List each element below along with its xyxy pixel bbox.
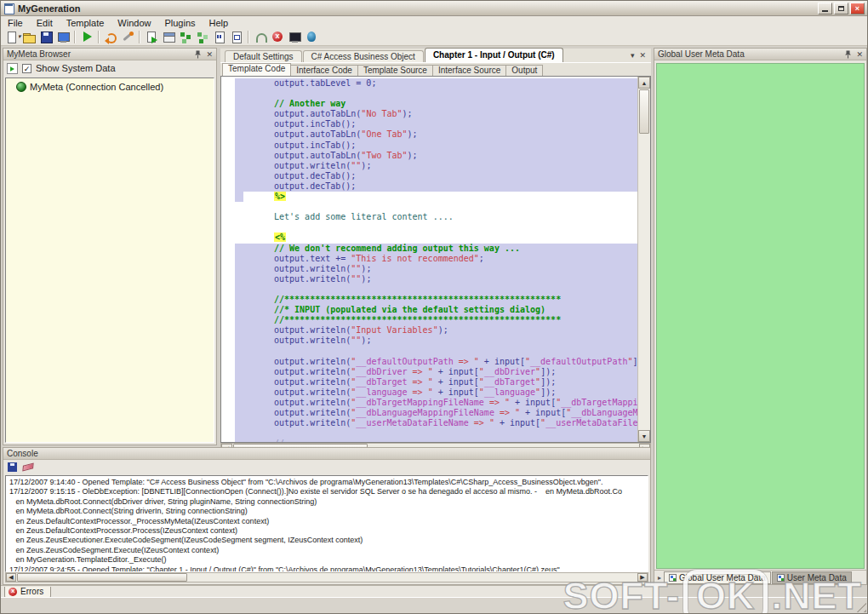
editor-vertical-scrollbar[interactable]: ▲ ▼ bbox=[637, 77, 650, 442]
code-line[interactable]: output.writeln("__dbTarget => " + input[… bbox=[235, 377, 637, 387]
code-line[interactable] bbox=[235, 428, 637, 439]
user-meta-data-grid[interactable] bbox=[656, 63, 865, 569]
show-system-data-checkbox[interactable]: ✓ bbox=[22, 64, 31, 73]
code-line[interactable]: output.writeln("__dbTargetMappingFileNam… bbox=[235, 398, 637, 408]
code-line[interactable]: output.writeln(""); bbox=[235, 336, 637, 346]
note-close-button[interactable] bbox=[228, 30, 245, 45]
console-hscroll-thumb[interactable] bbox=[17, 573, 187, 582]
mymeta-tree[interactable]: MyMeta (Connection Cancelled) bbox=[5, 77, 214, 443]
form-editor-button[interactable] bbox=[160, 30, 177, 45]
document-tab[interactable]: Chapter 1 - Input / Output (C#) bbox=[425, 48, 563, 62]
resize-grip[interactable] bbox=[855, 601, 866, 612]
execute-template-button[interactable] bbox=[78, 30, 95, 45]
menu-item-window[interactable]: Window bbox=[111, 16, 157, 29]
subtab[interactable]: Interface Source bbox=[432, 65, 506, 76]
code-line[interactable]: output.writeln("Input Variables"); bbox=[235, 325, 637, 336]
close-panel-icon[interactable]: ✕ bbox=[206, 50, 213, 59]
code-line[interactable]: //* INPUT (populated via the default set… bbox=[235, 305, 637, 315]
console-header[interactable]: Console bbox=[3, 448, 650, 460]
document-tab[interactable]: Default Settings bbox=[225, 50, 302, 62]
dos-window-button[interactable] bbox=[286, 30, 303, 45]
security-button[interactable] bbox=[303, 30, 320, 45]
global-user-meta-data-header[interactable]: Global User Meta Data ✕ bbox=[654, 49, 866, 60]
web-link-button[interactable] bbox=[252, 30, 269, 45]
meta-data-tab[interactable]: Global User Meta Data bbox=[664, 571, 771, 584]
tab-close-icon[interactable]: ✕ bbox=[639, 51, 646, 60]
template-tools-button[interactable] bbox=[119, 30, 136, 45]
run-file-button[interactable] bbox=[143, 30, 160, 45]
subtab[interactable]: Output bbox=[505, 65, 543, 76]
code-line[interactable] bbox=[235, 202, 637, 212]
subtab[interactable]: Template Source bbox=[357, 65, 433, 76]
tree-item[interactable]: MyMeta (Connection Cancelled) bbox=[8, 82, 212, 92]
code-line[interactable]: output.writeln("__userMetaDataFileName =… bbox=[235, 418, 637, 428]
menu-item-edit[interactable]: Edit bbox=[30, 16, 60, 29]
menu-item-plugins[interactable]: Plugins bbox=[157, 16, 202, 29]
code-line[interactable]: output.incTab(); bbox=[235, 141, 637, 151]
code-line[interactable]: // Another way bbox=[235, 99, 637, 109]
code-line[interactable] bbox=[235, 346, 637, 356]
scroll-left-icon[interactable]: ◀ bbox=[6, 573, 16, 582]
code-line[interactable]: // We don't recommend adding output this… bbox=[235, 244, 637, 254]
console-log[interactable]: 17/12/2007 9:14:40 - Opened Template: "C… bbox=[5, 475, 648, 572]
code-editor[interactable]: output.tabLevel = 0;// Another wayoutput… bbox=[220, 76, 651, 443]
note-open-button[interactable] bbox=[211, 30, 228, 45]
code-line[interactable]: output.writeln(""); bbox=[235, 161, 637, 171]
code-line[interactable]: output.autoTabLn("Two Tab"); bbox=[235, 151, 637, 161]
code-line[interactable]: output.writeln("__dbDriver => " + input[… bbox=[235, 367, 637, 377]
console-horizontal-scrollbar[interactable]: ◀ ▶ bbox=[5, 572, 648, 582]
save-template-button[interactable] bbox=[37, 30, 54, 45]
meta-data-tab[interactable]: User Meta Data bbox=[772, 571, 852, 584]
code-line[interactable]: <% bbox=[235, 232, 637, 243]
code-line[interactable]: output.writeln("__defaultOutputPath => "… bbox=[235, 357, 637, 367]
tree-add-button[interactable] bbox=[177, 30, 194, 45]
code-line[interactable]: output.autoTabLn("No Tab"); bbox=[235, 109, 637, 119]
code-line[interactable]: output.incTab(); bbox=[235, 119, 637, 129]
subtab[interactable]: Template Code bbox=[222, 63, 291, 76]
code-line[interactable]: output.writeln(""); bbox=[235, 264, 637, 274]
scroll-up-icon[interactable]: ▲ bbox=[638, 77, 650, 89]
scroll-right-icon[interactable]: ▶ bbox=[637, 573, 648, 582]
scroll-down-icon[interactable]: ▼ bbox=[638, 430, 650, 442]
document-tab[interactable]: C# Access Business Object bbox=[303, 50, 424, 62]
tab-dropdown-icon[interactable]: ▾ bbox=[631, 51, 635, 60]
output-window-button[interactable] bbox=[54, 30, 71, 45]
clear-console-icon[interactable] bbox=[22, 463, 33, 472]
mymeta-browser-header[interactable]: MyMeta Browser ✕ bbox=[3, 49, 216, 60]
code-line[interactable]: //......................................… bbox=[235, 439, 637, 442]
code-line[interactable]: %> bbox=[235, 192, 637, 202]
minimize-button[interactable] bbox=[818, 3, 832, 14]
vscroll-thumb[interactable] bbox=[639, 89, 649, 134]
subtab[interactable]: Interface Code bbox=[290, 65, 358, 76]
stop-execution-button[interactable] bbox=[269, 30, 286, 45]
tab-scroll-left-icon[interactable]: ▸ bbox=[656, 574, 663, 582]
pin-icon[interactable] bbox=[194, 50, 202, 59]
code-line[interactable] bbox=[235, 222, 637, 232]
code-line[interactable]: output.text += "This is not recommended"… bbox=[235, 254, 637, 264]
code-line[interactable] bbox=[235, 284, 637, 295]
code-line[interactable]: Let's add some literal content .... bbox=[235, 212, 637, 222]
new-template-button[interactable] bbox=[3, 30, 20, 45]
menu-item-file[interactable]: File bbox=[1, 16, 30, 29]
tree-copy-button[interactable] bbox=[194, 30, 211, 45]
browser-view-icon[interactable] bbox=[7, 63, 18, 74]
code-line[interactable]: output.writeln(""); bbox=[235, 274, 637, 284]
title-bar[interactable]: MyGeneration × bbox=[1, 1, 867, 16]
menu-item-template[interactable]: Template bbox=[60, 16, 111, 29]
menu-item-help[interactable]: Help bbox=[203, 16, 236, 29]
save-console-output-icon[interactable] bbox=[8, 462, 17, 472]
code-line[interactable]: output.decTab(); bbox=[235, 171, 637, 181]
code-line[interactable] bbox=[235, 89, 637, 99]
undo-template-button[interactable] bbox=[102, 30, 119, 45]
close-panel-icon[interactable]: ✕ bbox=[856, 50, 863, 59]
open-template-button[interactable] bbox=[20, 30, 37, 45]
code-line[interactable]: //**************************************… bbox=[235, 295, 637, 305]
restore-button[interactable] bbox=[834, 3, 848, 14]
code-line[interactable]: output.writeln("__dbLanguageMappingFileN… bbox=[235, 408, 637, 418]
pin-icon[interactable] bbox=[844, 50, 852, 59]
close-button[interactable]: × bbox=[850, 3, 865, 14]
code-line[interactable]: output.decTab(); bbox=[235, 181, 637, 192]
code-line[interactable]: output.writeln("__language => " + input[… bbox=[235, 387, 637, 398]
code-line[interactable]: //**************************************… bbox=[235, 315, 637, 325]
code-line[interactable]: output.tabLevel = 0; bbox=[235, 78, 637, 89]
